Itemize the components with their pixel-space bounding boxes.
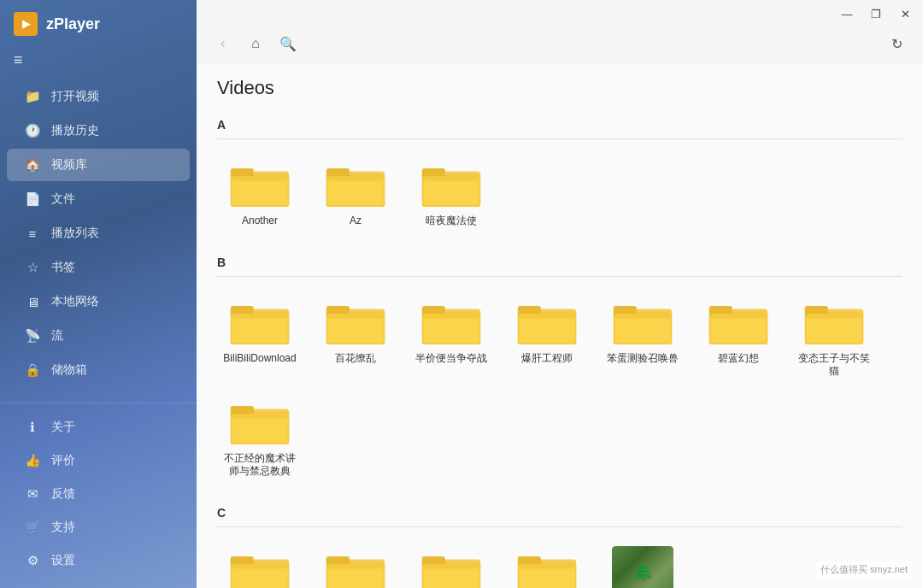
sidebar-bottom: ℹ关于👍评价✉反馈🛒支持⚙设置 [0,403,197,588]
folder-name: 百花缭乱 [335,352,376,366]
bookmarks-icon: ☆ [24,260,41,275]
sidebar-item-about[interactable]: ℹ关于 [7,411,190,444]
folder-icon [229,296,291,347]
svg-rect-69 [424,564,479,568]
open-video-icon: 📁 [24,89,41,104]
folder-name: 笨蛋测验召唤兽 [607,352,679,366]
svg-rect-34 [520,314,575,318]
folder-icon [325,296,386,347]
section-letter: B [217,250,902,277]
folder-item[interactable]: 爆肝工程师 [504,291,590,384]
close-button[interactable]: ✕ [894,3,916,25]
vault-icon: 🔒 [24,362,41,378]
folder-icon [420,158,482,209]
page-title: Videos [217,77,902,99]
folder-grid: C3 魔方少女 clannad Captures 初音魔法未来演唱会 🌲 Chi… [217,541,902,588]
sidebar-item-vault[interactable]: 🔒储物箱 [7,354,190,386]
folder-name: BiliBiliDownload [223,352,296,366]
folder-icon [325,546,386,588]
sidebar-item-network[interactable]: 🖥本地网络 [7,285,190,318]
menu-icon[interactable]: ≡ [0,44,197,76]
svg-rect-54 [232,414,288,418]
folder-item[interactable]: 碧蓝幻想 [696,291,781,384]
sidebar-header: ▶ zPlayer [0,0,197,44]
minimize-button[interactable]: — [836,3,858,25]
folder-name: Az [350,215,362,228]
watermark: 什么值得买 smyz.net [815,562,913,578]
library-icon: 🏠 [24,157,41,173]
folder-item[interactable]: clannad [313,541,398,588]
folder-icon [229,158,291,209]
sidebar-item-rate[interactable]: 👍评价 [7,444,190,477]
maximize-button[interactable]: ❐ [865,3,887,25]
folder-thumbnail: 🌲 [612,546,673,588]
nav-label: 设置 [51,553,75,568]
folder-item[interactable]: 半价便当争夺战 [409,291,494,384]
folder-item[interactable]: 初音魔法未来演唱会 [504,541,590,588]
nav-label: 文件 [51,191,75,207]
folder-icon [516,546,578,588]
sidebar-item-open-video[interactable]: 📁打开视频 [7,80,190,113]
folder-item[interactable]: 🌲 Chimera- [600,541,685,588]
nav-label: 评价 [51,453,75,468]
folder-item[interactable]: Captures [409,541,494,588]
search-button[interactable]: 🔍 [275,31,301,56]
svg-rect-44 [711,314,767,318]
svg-rect-64 [328,564,384,568]
folder-icon [420,546,482,588]
nav-label: 支持 [51,520,75,535]
nav-label: 播放列表 [51,226,99,241]
sidebar-item-feedback[interactable]: ✉反馈 [7,478,190,510]
folder-icon [612,296,673,347]
folder-grid: Another Az 暗夜魔法使 [217,153,902,233]
folder-name: 半价便当争夺战 [415,352,487,366]
feedback-icon: ✉ [24,486,41,502]
sidebar-item-bookmarks[interactable]: ☆书签 [7,251,190,284]
folder-icon [516,296,578,347]
nav-label: 本地网络 [51,294,99,309]
back-button[interactable]: ‹ [210,31,236,56]
svg-rect-49 [807,314,862,318]
settings-icon: ⚙ [24,553,41,568]
sidebar-item-files[interactable]: 📄文件 [7,183,190,215]
section-c: C C3 魔方少女 clannad Captures 初音魔法未来演唱会 🌲 C… [217,501,902,588]
sections-container: A Another Az 暗夜魔法使B BiliBiliDownload 百花缭… [217,113,902,588]
sidebar-item-playlist[interactable]: ≡播放列表 [7,217,190,250]
sidebar-item-support[interactable]: 🛒支持 [7,511,190,544]
main-panel: — ❐ ✕ ‹ ⌂ 🔍 ↻ Videos A Another Az 暗夜魔法使B [197,0,923,588]
svg-rect-9 [328,176,384,180]
sidebar-item-library[interactable]: 🏠视频库 [7,149,190,181]
about-icon: ℹ [24,420,41,435]
svg-rect-14 [424,176,479,180]
svg-rect-19 [232,314,288,318]
svg-rect-4 [232,176,288,180]
folder-item[interactable]: BiliBiliDownload [217,291,303,384]
folder-icon [803,296,865,347]
app-logo: ▶ [14,12,38,36]
folder-item[interactable]: C3 魔方少女 [217,541,303,588]
svg-rect-29 [424,314,479,318]
folder-grid: BiliBiliDownload 百花缭乱 半价便当争夺战 爆肝工程师 笨蛋测验… [217,291,902,484]
folder-item[interactable]: Az [313,153,398,233]
folder-item[interactable]: 不正经的魔术讲师与禁忌教典 [217,391,303,484]
files-icon: 📄 [24,191,41,207]
refresh-button[interactable]: ↻ [884,31,909,56]
svg-rect-59 [232,564,288,568]
sidebar-item-settings[interactable]: ⚙设置 [7,544,190,577]
folder-name: Another [242,215,278,228]
folder-item[interactable]: 笨蛋测验召唤兽 [600,291,685,384]
folder-item[interactable]: Another [217,153,303,233]
titlebar: — ❐ ✕ [197,0,923,27]
svg-rect-39 [615,314,671,318]
folder-name: 碧蓝幻想 [718,352,759,366]
home-button[interactable]: ⌂ [243,31,268,56]
nav-label: 播放历史 [51,123,99,138]
sidebar-item-stream[interactable]: 📡流 [7,320,190,352]
folder-item[interactable]: 变态王子与不笑猫 [791,291,877,384]
folder-name: 暗夜魔法使 [426,215,477,228]
folder-item[interactable]: 百花缭乱 [313,291,398,384]
folder-item[interactable]: 暗夜魔法使 [409,153,494,233]
sidebar-item-history[interactable]: 🕐播放历史 [7,115,190,147]
folder-icon [229,546,291,588]
section-b: B BiliBiliDownload 百花缭乱 半价便当争夺战 爆肝工程师 笨蛋… [217,250,902,484]
